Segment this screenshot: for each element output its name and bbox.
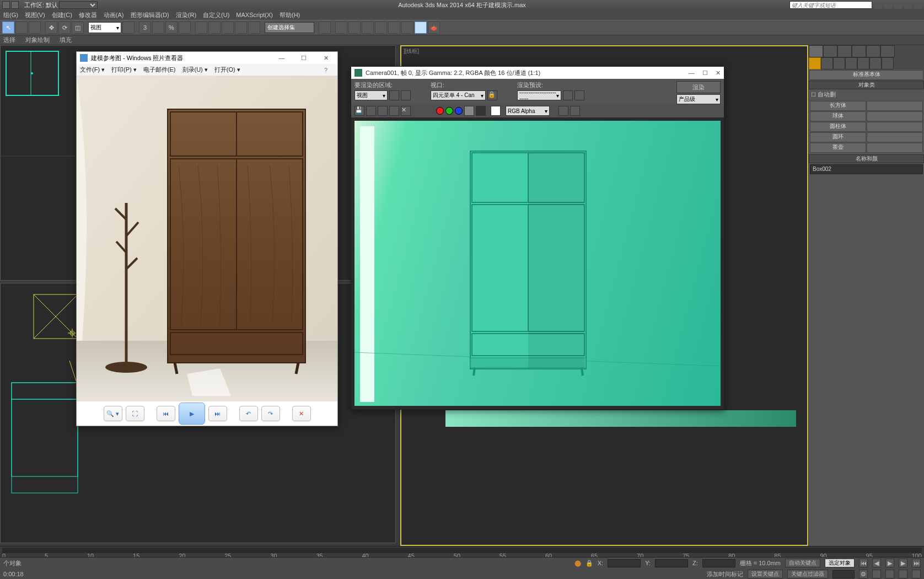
channel-dropdown[interactable]: RGB Alpha: [506, 106, 550, 116]
viewport-nav-4[interactable]: [912, 570, 921, 578]
play-button[interactable]: ▶: [885, 559, 894, 567]
cat-cameras[interactable]: [845, 57, 857, 69]
setkey-button[interactable]: 设置关键点: [748, 570, 783, 578]
render-cloud-button[interactable]: [401, 22, 413, 34]
keymode-dropdown[interactable]: 选定对象: [825, 559, 855, 567]
rendered-frame-button[interactable]: [348, 22, 361, 34]
slideshow-button[interactable]: ▶: [179, 403, 205, 425]
binoculars-icon[interactable]: [874, 1, 882, 9]
angle-snap-button[interactable]: [152, 22, 164, 34]
lock-viewport-button[interactable]: 🔒: [487, 90, 497, 100]
render-setup-icon[interactable]: [563, 90, 573, 100]
percent-snap-button[interactable]: %: [165, 22, 178, 34]
btn-sphere[interactable]: 球体: [810, 111, 866, 121]
fit-button[interactable]: ⛶: [126, 406, 144, 421]
coord-y-input[interactable]: [655, 559, 688, 567]
channel-alpha-button[interactable]: [464, 106, 474, 116]
time-config-button[interactable]: ⚙: [859, 570, 868, 578]
help-search-input[interactable]: [789, 1, 872, 9]
tab-utilities[interactable]: [880, 45, 895, 57]
subcategory-dropdown[interactable]: 标准基本体: [809, 70, 923, 80]
coord-z-input[interactable]: [702, 559, 735, 567]
select-name-button[interactable]: [29, 22, 41, 34]
render-frame-window[interactable]: Camera001, 帧 0, 显示 Gamma: 2.2, RGBA 颜色 1…: [351, 66, 724, 410]
render-titlebar[interactable]: Camera001, 帧 0, 显示 Gamma: 2.2, RGBA 颜色 1…: [351, 67, 724, 79]
quality-dropdown[interactable]: 产品级: [676, 94, 721, 104]
menu-grapheditors[interactable]: 图形编辑器(D): [131, 11, 169, 19]
align-button[interactable]: [208, 22, 221, 34]
viewport-nav-3[interactable]: [899, 570, 907, 578]
delete-button[interactable]: ✕: [292, 406, 311, 421]
maximize-button[interactable]: ☐: [296, 55, 312, 62]
goto-end-button[interactable]: ⏭: [912, 559, 921, 567]
tab-motion[interactable]: [852, 45, 866, 57]
env-icon[interactable]: [574, 90, 584, 100]
ribbon-objpaint[interactable]: 对象绘制: [25, 36, 50, 44]
pv-menu-email[interactable]: 电子邮件(E): [143, 66, 176, 74]
menu-help[interactable]: 帮助(H): [280, 11, 300, 19]
pv-help-icon[interactable]: ?: [324, 67, 327, 73]
layer-button[interactable]: [222, 22, 234, 34]
schematic-button[interactable]: [248, 22, 260, 34]
material-editor-button[interactable]: [319, 22, 331, 34]
cat-shapes[interactable]: [821, 57, 833, 69]
viewport-nav-1[interactable]: [872, 570, 881, 578]
prev-frame-button[interactable]: ◀: [872, 559, 881, 567]
viewport-dropdown[interactable]: 四元菜单 4 - Can: [431, 90, 486, 100]
btn-box[interactable]: 长方体: [810, 101, 866, 111]
tab-hierarchy[interactable]: [837, 45, 852, 57]
mirror-button[interactable]: [195, 22, 207, 34]
btn-geosphere[interactable]: [867, 111, 923, 121]
spinner-snap-button[interactable]: [179, 22, 191, 34]
tab-create[interactable]: [809, 45, 823, 57]
select-region-button[interactable]: [15, 22, 28, 34]
color-swatch[interactable]: [491, 106, 501, 116]
render-active-button[interactable]: [388, 22, 400, 34]
pv-menu-print[interactable]: 打印(P) ▾: [111, 66, 137, 74]
clone-button[interactable]: [378, 106, 388, 116]
refcoord-dropdown[interactable]: 视图: [88, 22, 121, 33]
render-setup-button[interactable]: [335, 22, 347, 34]
timeline[interactable]: 0 5 10 15 20 25 30 35 40 45 50 55 60 65 …: [0, 546, 924, 557]
add-time-tag-button[interactable]: 添加时间标记: [707, 570, 743, 578]
cat-helpers[interactable]: [857, 57, 869, 69]
menu-create[interactable]: 创建(C): [52, 11, 72, 19]
workspace-select[interactable]: [59, 1, 98, 9]
photo-viewer-image-area[interactable]: [77, 76, 337, 401]
ribbon-fill[interactable]: 填充: [60, 36, 72, 44]
render-close-button[interactable]: ✕: [716, 69, 721, 77]
viewport-nav-2[interactable]: [885, 570, 894, 578]
qat-icon[interactable]: [11, 1, 19, 9]
move-tool-button[interactable]: [45, 22, 57, 34]
menu-customize[interactable]: 自定义(U): [203, 11, 229, 19]
exchange-icon[interactable]: [894, 1, 902, 9]
btn-teapot[interactable]: 茶壶: [810, 143, 866, 153]
btn-cone[interactable]: [867, 101, 923, 111]
goto-start-button[interactable]: ⏮: [859, 559, 868, 567]
autogrid-checkbox[interactable]: ☐ 自动删: [809, 89, 924, 100]
rollout-namecolor[interactable]: 名称和颜: [809, 154, 924, 163]
keyfilter-button[interactable]: 关键点过滤器: [787, 570, 828, 578]
scale-tool-button[interactable]: [72, 22, 84, 34]
toggle-overlay-button[interactable]: [558, 106, 568, 116]
photo-viewer-window[interactable]: 建模参考图 - Windows 照片查看器 — ☐ ✕ 文件(F) ▾ 打印(P…: [76, 51, 338, 426]
rotate-cw-button[interactable]: ↷: [261, 406, 280, 421]
autokey-button[interactable]: 自动关键点: [785, 559, 820, 567]
sysmenu-icon[interactable]: [2, 1, 10, 9]
menu-modifiers[interactable]: 修改器: [79, 11, 97, 19]
menu-rendering[interactable]: 渲染(R): [176, 11, 196, 19]
tab-modify[interactable]: [823, 45, 837, 57]
btn-cylinder[interactable]: 圆柱体: [810, 122, 866, 132]
next-button[interactable]: ⏭: [208, 406, 227, 421]
rotate-tool-button[interactable]: [58, 22, 71, 34]
signin-icon[interactable]: [884, 1, 892, 9]
cat-geometry[interactable]: [809, 57, 821, 69]
minimize-button[interactable]: —: [273, 55, 290, 62]
render-maximize-button[interactable]: ☐: [702, 69, 708, 77]
pv-menu-burn[interactable]: 刻录(U) ▾: [182, 66, 208, 74]
cat-spacewarps[interactable]: [869, 57, 882, 69]
select-tool-button[interactable]: [2, 22, 14, 34]
render-button[interactable]: 渲染: [676, 81, 721, 93]
zoom-button[interactable]: 🔍 ▾: [104, 406, 122, 421]
channel-blue-button[interactable]: [455, 107, 463, 115]
